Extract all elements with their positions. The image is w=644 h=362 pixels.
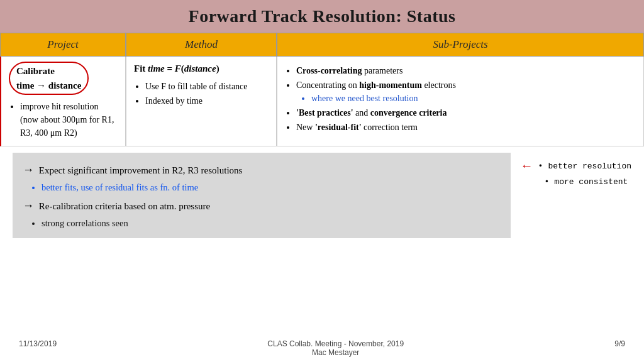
col-header-project: Project: [0, 33, 126, 57]
method-bullet-1: Use F to fill table of distance: [145, 80, 269, 93]
subproject-bullets-1: Cross-correlating parameters Concentrati…: [285, 64, 636, 134]
main-table: Project Method Sub-Projects Calibrate ti…: [0, 33, 644, 146]
subproject-resolution: where we need best resolution: [311, 92, 636, 105]
side-notes: ← • better resolution • more consistent: [523, 153, 631, 187]
col-subprojects-content: Cross-correlating parameters Concentrati…: [277, 57, 644, 146]
side-note-bullet-1: •: [538, 162, 543, 171]
bottom-section: → Expect significant improvement in R2, …: [13, 153, 631, 238]
footer-author: Mac Mestayer: [267, 348, 404, 357]
subproject-bullet-concentrate: Concentrating on high-momentum electrons…: [296, 79, 636, 105]
footer: 11/13/2019 CLAS Collab. Meeting - Novemb…: [0, 339, 644, 357]
footer-meeting: CLAS Collab. Meeting - November, 2019: [267, 339, 404, 348]
improvement-line2: → Re-calibration criteria based on atm. …: [23, 196, 501, 216]
arrow-left-icon-1: ←: [523, 159, 531, 173]
project-bullets: improve hit resolution (now about 300μm …: [9, 100, 118, 140]
subproject-best-practices: 'Best practices' and convergence criteri…: [296, 106, 636, 119]
side-note-bullet-2: •: [545, 177, 550, 187]
footer-date: 11/13/2019: [19, 339, 57, 357]
col-header-subprojects: Sub-Projects: [277, 33, 644, 57]
col-method-content: Fit time = F(distance) Use F to fill tab…: [126, 57, 277, 146]
col-project-content: Calibrate time → distance improve hit re…: [0, 57, 126, 146]
improvement-line1: → Expect significant improvement in R2, …: [23, 160, 501, 180]
side-note-1: ← • better resolution: [523, 159, 631, 173]
improvement-sub2: strong correlations seen: [23, 216, 501, 231]
improvement-better-fits: better fits, use of residual fits as fn.…: [42, 180, 501, 195]
subproject-subbullet: where we need best resolution: [296, 92, 636, 105]
subproject-bullet-cross: Cross-correlating parameters: [296, 64, 636, 77]
project-bullet-1: improve hit resolution (now about 300μm …: [20, 100, 118, 140]
footer-page: 9/9: [614, 339, 625, 357]
method-bullet-2: Indexed by time: [145, 94, 269, 107]
improvement-sub1: better fits, use of residual fits as fn.…: [23, 180, 501, 195]
footer-center: CLAS Collab. Meeting - November, 2019 Ma…: [267, 339, 404, 357]
improvement-correlations: strong correlations seen: [42, 216, 501, 231]
method-formula: Fit time = F(distance): [134, 62, 269, 76]
page-title: Forward Track Resolution: Status: [0, 0, 644, 33]
side-note-2: • more consistent: [523, 177, 631, 187]
col-header-method: Method: [126, 33, 277, 57]
method-bullets: Use F to fill table of distance Indexed …: [134, 80, 269, 107]
subproject-residual: New 'residual-fit' correction term: [296, 121, 636, 134]
improvement-box: → Expect significant improvement in R2, …: [13, 153, 511, 238]
